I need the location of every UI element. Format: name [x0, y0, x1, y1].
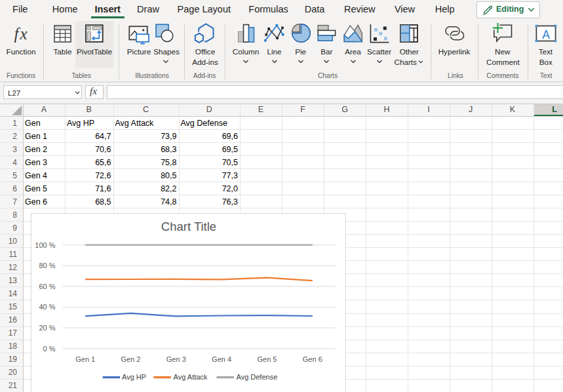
svg-text:Gen 3: Gen 3	[166, 355, 185, 363]
svg-text:40 %: 40 %	[39, 303, 55, 311]
svg-text:20 %: 20 %	[39, 324, 55, 332]
svg-text:Avg Attack: Avg Attack	[173, 373, 207, 381]
svg-text:Gen 1: Gen 1	[75, 355, 95, 363]
svg-text:Avg Defense: Avg Defense	[236, 373, 277, 381]
svg-text:Gen 2: Gen 2	[121, 355, 140, 363]
svg-text:Gen 5: Gen 5	[257, 355, 277, 363]
svg-text:Chart Title: Chart Title	[161, 220, 216, 233]
svg-text:60 %: 60 %	[39, 283, 55, 290]
svg-text:Gen 6: Gen 6	[302, 355, 322, 363]
svg-text:100 %: 100 %	[35, 241, 55, 249]
svg-text:Gen 4: Gen 4	[212, 355, 231, 363]
svg-text:0 %: 0 %	[43, 345, 55, 353]
svg-text:Avg HP: Avg HP	[122, 373, 146, 381]
svg-text:A: A	[542, 28, 550, 41]
svg-text:80 %: 80 %	[39, 262, 55, 269]
